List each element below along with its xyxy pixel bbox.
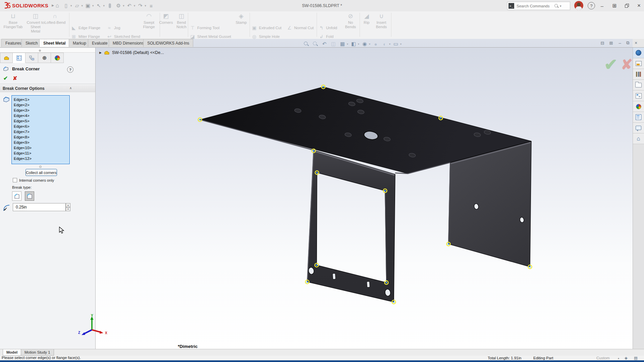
close-window-button[interactable]: × (634, 0, 644, 11)
edge-list-item[interactable]: Edge<9> (14, 140, 69, 145)
split-pane-vertical-icon[interactable]: ⊞ (607, 40, 615, 46)
break-type-chamfer-button[interactable] (12, 191, 21, 201)
section-view-icon[interactable]: ◫ (330, 40, 337, 48)
ribbon-button-base-flange[interactable]: ⊔ Base Flange/Tab (1, 12, 25, 38)
open-icon[interactable]: ▱ (73, 2, 81, 9)
search-commands-box[interactable]: >_ ▾ (507, 2, 570, 10)
internal-corners-only-checkbox[interactable] (13, 178, 17, 182)
settings-caret-icon[interactable]: ▾ (123, 4, 124, 7)
edge-list-item[interactable]: Edge<8> (14, 134, 69, 140)
edge-list-item[interactable]: Edge<3> (14, 108, 69, 113)
tab-propertymanager[interactable] (13, 53, 25, 63)
redo-icon[interactable]: ↷ (137, 2, 144, 9)
front-flange-face[interactable] (307, 150, 395, 302)
tab-mbd-dimensions[interactable]: MBD Dimensions (109, 39, 148, 47)
confirmation-corner-cancel-icon[interactable]: ✘ (621, 56, 633, 73)
splitter-handle-icon[interactable] (39, 50, 41, 52)
pm-ok-button[interactable]: ✔ (3, 75, 8, 81)
document-close-icon[interactable]: × (632, 40, 640, 46)
zoom-to-fit-icon[interactable] (303, 40, 310, 48)
sheet-metal-part-model[interactable] (96, 48, 633, 349)
settings-gear-icon[interactable]: ⚙ (115, 2, 122, 9)
edge-list-item[interactable]: Edge<11> (14, 150, 69, 156)
open-caret-icon[interactable]: ▾ (82, 4, 83, 7)
taskpane-solidworks-resources-icon[interactable] (633, 58, 644, 69)
flange-slot[interactable] (333, 274, 336, 279)
tab-model[interactable]: Model (3, 349, 21, 356)
tab-evaluate[interactable]: Evaluate (88, 39, 112, 47)
magnet-toolbar-icon[interactable] (106, 2, 113, 9)
user-avatar[interactable] (574, 1, 583, 10)
edge-list-item[interactable]: Edge<4> (14, 113, 69, 118)
search-caret-icon[interactable]: ▾ (560, 4, 561, 8)
listbox-resize-handle[interactable] (39, 166, 42, 168)
help-icon[interactable]: ? (588, 2, 595, 9)
search-commands-input[interactable] (516, 4, 554, 8)
select-caret-icon[interactable]: ▾ (103, 4, 105, 7)
break-corner-options-group[interactable]: Break Corner Options ∧ (0, 85, 95, 92)
flange-slot[interactable] (367, 282, 370, 287)
graphics-viewport[interactable]: ▶ SW-01586 (Default) <<De... (96, 48, 633, 349)
redo-caret-icon[interactable]: ▾ (145, 4, 146, 7)
edge-list-item[interactable]: Edge<6> (14, 124, 69, 129)
ribbon-button-extruded-cut[interactable]: ▣ Extruded Cut (252, 24, 281, 31)
view-orientation-icon[interactable]: ▦ (339, 40, 346, 48)
restore-window-button[interactable] (622, 0, 632, 11)
ribbon-button-jog[interactable]: ≈ Jog (107, 24, 120, 31)
new-document-caret-icon[interactable]: ▾ (70, 4, 72, 7)
undo-caret-icon[interactable]: ▾ (134, 4, 136, 7)
break-type-fillet-button[interactable] (25, 191, 34, 201)
save-caret-icon[interactable]: ▾ (92, 4, 94, 7)
save-icon[interactable]: ▣ (84, 2, 92, 9)
taskpane-design-library-icon[interactable] (633, 69, 644, 80)
spinner-down-icon[interactable]: ▼ (66, 207, 70, 211)
tab-dimxpertmanager[interactable]: ⊕ (38, 53, 51, 63)
ribbon-button-stamp[interactable]: ◈ Stamp (234, 12, 249, 38)
apply-scene-icon[interactable]: ◐ (381, 40, 388, 48)
edge-list-item[interactable]: Edge<1> (14, 97, 69, 102)
ribbon-button-unfold[interactable]: ↰ Unfold (319, 24, 337, 31)
edge-list-item[interactable]: Edge<7> (14, 129, 69, 134)
taskpane-comments-icon[interactable] (633, 123, 644, 133)
edge-list-item[interactable]: Edge<2> (14, 102, 69, 108)
status-tag-icon[interactable]: ◈ (625, 356, 628, 360)
tab-markup[interactable]: Markup (69, 39, 90, 47)
view-settings-caret-icon[interactable]: ▾ (400, 43, 401, 46)
ribbon-button-swept-flange[interactable]: ◠ Swept Flange (140, 12, 158, 38)
status-custom-caret-icon[interactable]: ▴ (618, 356, 619, 360)
ribbon-button-edge-flange[interactable]: ◣ Edge Flange (71, 24, 100, 31)
undo-icon[interactable]: ↶ (126, 2, 133, 9)
tab-motion-study-1[interactable]: Motion Study 1 (21, 349, 54, 356)
options-list-icon[interactable]: ≡ (148, 2, 155, 9)
ribbon-button-no-bends[interactable]: ⊘ No Bends (343, 12, 358, 38)
panel-splitter[interactable] (0, 48, 95, 53)
pm-cancel-button[interactable]: ✘ (13, 75, 17, 81)
ribbon-button-forming-tool[interactable]: ⊤ Forming Tool (190, 24, 219, 31)
minimize-button[interactable]: – (597, 0, 607, 11)
taskpane-file-explorer-icon[interactable] (633, 80, 644, 90)
split-pane-horizontal-icon[interactable]: ⊟ (598, 40, 606, 46)
display-style-caret-icon[interactable]: ▾ (358, 43, 359, 46)
edge-list-item[interactable]: Edge<5> (14, 118, 69, 124)
spinner-up-icon[interactable]: ▲ (66, 203, 70, 207)
collect-all-corners-button[interactable]: Collect all corners (25, 169, 57, 176)
select-icon[interactable]: ↖ (95, 2, 103, 9)
apply-scene-caret-icon[interactable]: ▾ (389, 43, 390, 46)
status-sheet-icon[interactable]: ▤ (634, 356, 638, 360)
group-collapse-chevron-icon[interactable]: ∧ (69, 86, 72, 90)
edge-list-item[interactable]: Edge<10> (14, 145, 69, 150)
hide-show-items-icon[interactable]: ◉ (361, 40, 368, 48)
tab-solidworks-addins[interactable]: SOLIDWORKS Add-Ins (143, 39, 193, 47)
ribbon-button-normal-cut[interactable]: ∠ Normal Cut (287, 24, 314, 31)
ribbon-button-rip[interactable]: ◢ Rip (361, 12, 372, 38)
document-restore-icon[interactable]: ⧉ (624, 40, 632, 46)
taskpane-custom-properties-icon[interactable] (633, 112, 644, 123)
taskpane-view-palette-icon[interactable] (633, 90, 644, 101)
ribbon-button-lofted-bend[interactable]: ∩ Lofted-Bend (42, 12, 68, 38)
ribbon-button-bend-notch[interactable]: ◫ Bend Notch (174, 12, 189, 38)
ribbon-button-corners[interactable]: ◩ Corners (158, 12, 174, 38)
tab-displaymanager[interactable] (51, 53, 64, 63)
pane-layout-button[interactable]: ⊞ (609, 0, 620, 11)
taskpane-home-icon[interactable]: ⌂ (633, 133, 644, 144)
status-custom-dropdown[interactable]: Custom (596, 356, 610, 360)
